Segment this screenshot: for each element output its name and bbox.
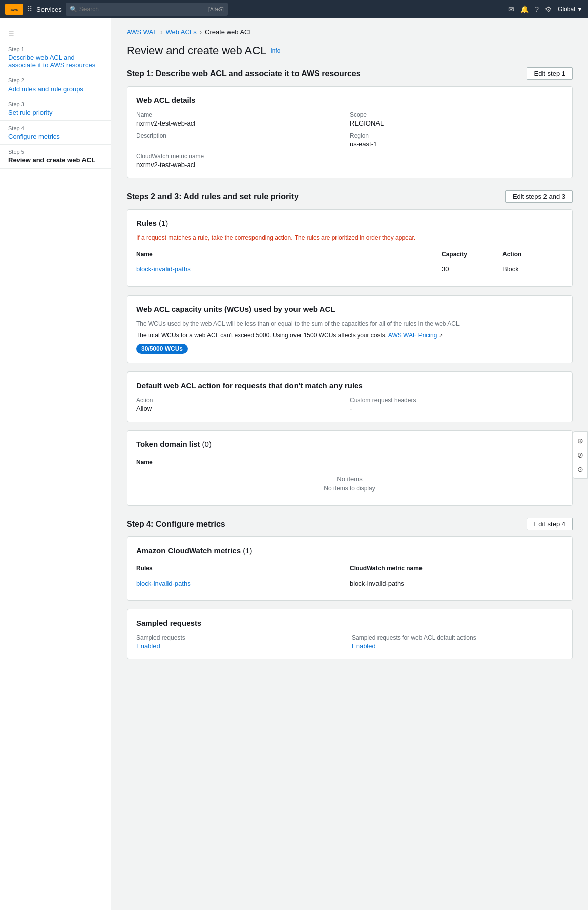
top-nav: aws ⠿ Services 🔍 [Alt+S] ✉ 🔔 ? ⚙ Global … [0,0,588,18]
right-edge-icon-2[interactable]: ⊘ [575,449,585,461]
sidebar-step-2-link[interactable]: Add rules and rule groups [8,85,83,93]
token-domain-title: Token domain list (0) [136,440,563,448]
action-field: Action Allow [136,397,350,412]
info-link[interactable]: Info [270,47,280,54]
help-icon[interactable]: ? [535,5,539,13]
search-icon: 🔍 [70,6,77,13]
wcu-title: Web ACL capacity units (WCUs) used by yo… [136,305,563,313]
metrics-title-text: Amazon CloudWatch metrics [136,546,241,555]
metrics-title: Amazon CloudWatch metrics (1) [136,546,563,555]
rule-name[interactable]: block-invalid-paths [136,265,442,273]
breadcrumb-sep-2: › [200,28,202,36]
wcu-pricing-link[interactable]: AWS WAF Pricing [388,332,437,339]
rules-desc1: If a request matches a rule, take the co… [136,234,293,241]
sidebar-step-5-label: Step 5 [8,149,103,155]
rules-count: (1) [159,219,168,227]
wcu-note: The total WCUs for a web ACL can't excee… [136,332,563,339]
token-count: (0) [202,440,212,448]
sidebar-step-2-label: Step 2 [8,77,103,84]
rule-action: Block [502,265,563,273]
sidebar-step-1-label: Step 1 [8,46,103,52]
token-domain-label: Token domain list [136,440,200,448]
breadcrumb-current: Create web ACL [205,28,253,36]
name-field: Name nxrmv2-test-web-acl [136,111,350,127]
sampled-title: Sampled requests [136,618,563,627]
sidebar-step-3: Step 3 Set rule priority [0,97,111,121]
region-value: us-east-1 [350,140,563,148]
scope-field: Scope REGIONAL [350,111,563,127]
right-edge-icon-3[interactable]: ⊙ [575,463,585,475]
region-field: Region us-east-1 [350,132,563,148]
wcu-badge: 30/5000 WCUs [136,344,188,354]
grid-icon[interactable]: ⠿ [27,5,32,13]
custom-headers-field: Custom request headers - [350,397,563,412]
scope-label: Scope [350,111,563,118]
action-value: Allow [136,405,350,412]
step1-header: Step 1: Describe web ACL and associate i… [127,67,573,80]
right-edge-panel: ⊕ ⊘ ⊙ [573,431,588,479]
rules-title-text: Rules [136,219,157,227]
services-link[interactable]: Services [36,6,62,13]
sidebar-step-1: Step 1 Describe web ACL and associate it… [0,42,111,73]
search-input[interactable] [79,6,208,13]
default-action-card: Default web ACL action for requests that… [127,371,573,422]
content-area: AWS WAF › Web ACLs › Create web ACL Revi… [111,18,588,910]
sidebar-step-5: Step 5 Review and create web ACL [0,145,111,169]
step4-header: Step 4: Configure metrics Edit step 4 [127,518,573,530]
sampled-requests-field: Sampled requests Enabled [136,634,348,650]
metrics-table-row: block-invalid-paths block-invalid-paths [136,575,563,591]
webacl-details-title: Web ACL details [136,96,563,104]
step4-section: Step 4: Configure metrics Edit step 4 Am… [127,518,573,659]
external-link-icon: ↗ [439,333,443,338]
wcu-card: Web ACL capacity units (WCUs) used by yo… [127,295,573,363]
breadcrumb-sep-1: › [160,28,162,36]
rules-card-title: Rules (1) [136,219,563,227]
step1-section: Step 1: Describe web ACL and associate i… [127,67,573,178]
breadcrumb-webacls[interactable]: Web ACLs [165,28,196,36]
scope-value: REGIONAL [350,119,563,127]
global-region[interactable]: Global ▼ [558,6,583,13]
description-value [136,140,350,148]
metrics-card: Amazon CloudWatch metrics (1) Rules Clou… [127,536,573,601]
metrics-table-header: Rules CloudWatch metric name [136,562,563,575]
sidebar-step-3-link[interactable]: Set rule priority [8,109,52,116]
description-field: Description [136,132,350,148]
webacl-details-card: Web ACL details Name nxrmv2-test-web-acl… [127,86,573,178]
rules-desc2: The rules are prioritized in order they … [295,234,415,241]
edit-step4-button[interactable]: Edit step 4 [527,518,573,530]
sidebar: ☰ Step 1 Describe web ACL and associate … [0,18,111,910]
rule-capacity: 30 [442,265,502,273]
description-label: Description [136,132,350,139]
sampled-acl-value: Enabled [352,642,563,650]
settings-icon[interactable]: ⚙ [545,5,552,13]
page-title-row: Review and create web ACL Info [127,44,573,57]
sampled-acl-label: Sampled requests for web ACL default act… [352,634,563,641]
hamburger-icon[interactable]: ☰ [0,26,111,42]
edit-step1-button[interactable]: Edit step 1 [527,67,573,80]
main-layout: ☰ Step 1 Describe web ACL and associate … [0,18,588,910]
metric-value: nxrmv2-test-web-acl [136,161,350,169]
breadcrumb-waf[interactable]: AWS WAF [127,28,157,36]
step4-title: Step 4: Configure metrics [127,520,225,529]
sampled-acl-field: Sampled requests for web ACL default act… [352,634,563,650]
step1-title: Step 1: Describe web ACL and associate i… [127,69,361,78]
sidebar-step-1-link[interactable]: Describe web ACL and associate it to AWS… [8,54,95,69]
default-action-grid: Action Allow Custom request headers - [136,397,563,412]
page-title: Review and create web ACL [127,44,266,57]
sampled-card: Sampled requests Sampled requests Enable… [127,609,573,659]
step23-section: Steps 2 and 3: Add rules and set rule pr… [127,190,573,506]
sidebar-step-4-link[interactable]: Configure metrics [8,133,60,140]
col-name: Name [136,251,442,258]
region-label: Region [350,132,563,139]
metrics-rule-name[interactable]: block-invalid-paths [136,580,350,587]
no-items-sub: No items to display [136,485,563,496]
search-bar[interactable]: 🔍 [Alt+S] [66,3,228,16]
edit-steps23-button[interactable]: Edit steps 2 and 3 [505,190,573,203]
metric-label: CloudWatch metric name [136,153,350,160]
metrics-count: (1) [243,546,252,555]
sidebar-step-5-link: Review and create web ACL [8,156,95,164]
rules-table-header: Name Capacity Action [136,247,563,261]
mail-icon[interactable]: ✉ [508,5,514,13]
right-edge-icon-1[interactable]: ⊕ [575,435,585,447]
bell-icon[interactable]: 🔔 [520,5,529,13]
